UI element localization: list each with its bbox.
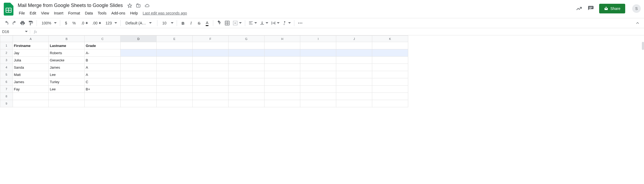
cell-K3[interactable] bbox=[372, 57, 408, 64]
merge-cells-dropdown[interactable] bbox=[231, 20, 243, 26]
cell-B6[interactable]: Turley bbox=[49, 78, 85, 86]
cell-K5[interactable] bbox=[372, 71, 408, 78]
document-title[interactable]: Mail Merge from Google Sheets to Google … bbox=[17, 2, 124, 9]
cell-A6[interactable]: James bbox=[13, 78, 49, 86]
cell-A8[interactable] bbox=[13, 93, 49, 100]
column-header-K[interactable]: K bbox=[372, 36, 408, 42]
cell-I7[interactable] bbox=[300, 86, 336, 93]
cell-I3[interactable] bbox=[300, 57, 336, 64]
cell-A1[interactable]: Firstname bbox=[13, 42, 49, 49]
vertical-align-dropdown[interactable] bbox=[259, 21, 269, 25]
cell-G4[interactable] bbox=[228, 64, 264, 71]
cell-D5[interactable] bbox=[121, 71, 157, 78]
format-currency-button[interactable]: $ bbox=[62, 19, 70, 27]
cell-G8[interactable] bbox=[228, 93, 264, 100]
move-icon[interactable] bbox=[136, 3, 141, 8]
cell-E4[interactable] bbox=[157, 64, 193, 71]
column-header-G[interactable]: G bbox=[228, 36, 264, 42]
cell-H5[interactable] bbox=[264, 71, 300, 78]
cell-J7[interactable] bbox=[336, 86, 372, 93]
column-header-C[interactable]: C bbox=[85, 36, 121, 42]
row-header-6[interactable]: 6 bbox=[0, 78, 13, 86]
sheets-app-icon[interactable] bbox=[3, 2, 14, 16]
cell-B4[interactable]: James bbox=[49, 64, 85, 71]
cell-H6[interactable] bbox=[264, 78, 300, 86]
print-button[interactable] bbox=[19, 19, 26, 27]
row-header-1[interactable]: 1 bbox=[0, 42, 13, 49]
format-percent-button[interactable]: % bbox=[70, 19, 78, 27]
collapse-toolbar-button[interactable] bbox=[634, 19, 641, 27]
menu-insert[interactable]: Insert bbox=[52, 10, 66, 16]
cell-D1[interactable] bbox=[121, 42, 157, 49]
cell-F9[interactable] bbox=[192, 100, 228, 107]
cell-D3[interactable] bbox=[121, 57, 157, 64]
font-size-dropdown[interactable]: 10 bbox=[160, 21, 175, 25]
cell-A3[interactable]: Julia bbox=[13, 57, 49, 64]
cell-C3[interactable]: B bbox=[85, 57, 121, 64]
column-header-I[interactable]: I bbox=[300, 36, 336, 42]
decrease-decimal-button[interactable]: .0 bbox=[78, 19, 89, 27]
italic-button[interactable]: I bbox=[187, 19, 195, 27]
cell-B2[interactable]: Roberts bbox=[49, 49, 85, 57]
cell-H8[interactable] bbox=[264, 93, 300, 100]
cell-I4[interactable] bbox=[300, 64, 336, 71]
cell-D9[interactable] bbox=[121, 100, 157, 107]
cell-G2[interactable] bbox=[228, 49, 264, 57]
cell-J9[interactable] bbox=[336, 100, 372, 107]
cell-C7[interactable]: B+ bbox=[85, 86, 121, 93]
cell-K6[interactable] bbox=[372, 78, 408, 86]
menu-tools[interactable]: Tools bbox=[96, 10, 109, 16]
cell-H1[interactable] bbox=[264, 42, 300, 49]
cell-G5[interactable] bbox=[228, 71, 264, 78]
borders-button[interactable] bbox=[223, 19, 231, 27]
column-header-H[interactable]: H bbox=[264, 36, 300, 42]
cell-H7[interactable] bbox=[264, 86, 300, 93]
cell-F6[interactable] bbox=[192, 78, 228, 86]
cell-D8[interactable] bbox=[121, 93, 157, 100]
text-rotation-dropdown[interactable]: A bbox=[281, 21, 292, 25]
cell-K1[interactable] bbox=[372, 42, 408, 49]
increase-decimal-button[interactable]: .00 bbox=[90, 19, 102, 27]
zoom-dropdown[interactable]: 100% bbox=[39, 21, 58, 25]
cell-J5[interactable] bbox=[336, 71, 372, 78]
menu-edit[interactable]: Edit bbox=[28, 10, 38, 16]
cell-C9[interactable] bbox=[85, 100, 121, 107]
cell-G7[interactable] bbox=[228, 86, 264, 93]
cell-A2[interactable]: Jay bbox=[13, 49, 49, 57]
cell-F3[interactable] bbox=[192, 57, 228, 64]
spreadsheet-grid[interactable]: ABCDEFGHIJK1FirstnameLastnameGrade2JayRo… bbox=[0, 35, 644, 107]
row-header-3[interactable]: 3 bbox=[0, 57, 13, 64]
cell-H2[interactable] bbox=[264, 49, 300, 57]
font-family-dropdown[interactable]: Default (Ari... bbox=[123, 21, 155, 25]
cell-B9[interactable] bbox=[49, 100, 85, 107]
cell-F4[interactable] bbox=[192, 64, 228, 71]
cell-J8[interactable] bbox=[336, 93, 372, 100]
cell-H9[interactable] bbox=[264, 100, 300, 107]
column-header-A[interactable]: A bbox=[13, 36, 49, 42]
cell-C4[interactable]: A bbox=[85, 64, 121, 71]
cell-E6[interactable] bbox=[157, 78, 193, 86]
cell-E7[interactable] bbox=[157, 86, 193, 93]
star-icon[interactable] bbox=[127, 3, 132, 8]
cell-F7[interactable] bbox=[192, 86, 228, 93]
cell-D6[interactable] bbox=[121, 78, 157, 86]
cell-C8[interactable] bbox=[85, 93, 121, 100]
cloud-status-icon[interactable] bbox=[144, 3, 150, 8]
undo-button[interactable] bbox=[3, 19, 10, 27]
cell-B8[interactable] bbox=[49, 93, 85, 100]
cell-A9[interactable] bbox=[13, 100, 49, 107]
cell-I2[interactable] bbox=[300, 49, 336, 57]
menu-data[interactable]: Data bbox=[83, 10, 95, 16]
cell-J4[interactable] bbox=[336, 64, 372, 71]
cell-B1[interactable]: Lastname bbox=[49, 42, 85, 49]
cell-D4[interactable] bbox=[121, 64, 157, 71]
comments-icon[interactable] bbox=[587, 5, 594, 12]
more-toolbar-button[interactable] bbox=[296, 19, 304, 27]
cell-H3[interactable] bbox=[264, 57, 300, 64]
cell-D7[interactable] bbox=[121, 86, 157, 93]
row-header-7[interactable]: 7 bbox=[0, 86, 13, 93]
paint-format-button[interactable] bbox=[27, 19, 34, 27]
menu-file[interactable]: File bbox=[17, 10, 27, 16]
row-header-8[interactable]: 8 bbox=[0, 93, 13, 100]
column-header-D[interactable]: D bbox=[121, 36, 157, 42]
